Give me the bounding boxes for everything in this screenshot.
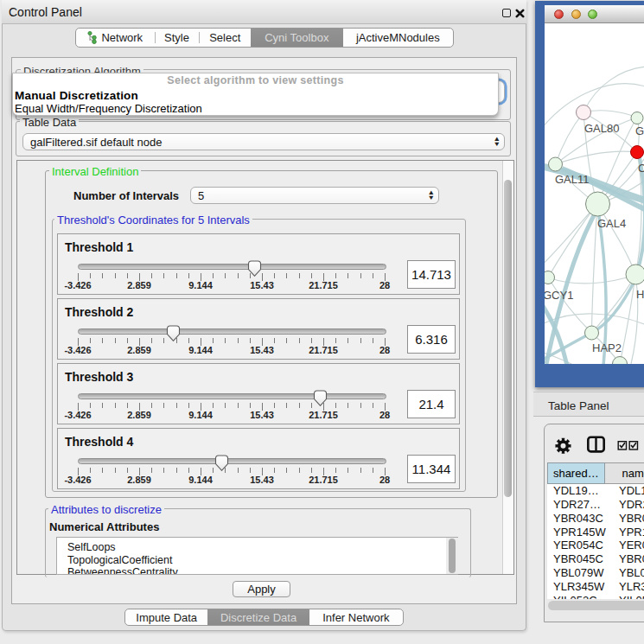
svg-text:GCY1: GCY1 xyxy=(545,289,573,302)
svg-text:GAL11: GAL11 xyxy=(555,173,590,186)
svg-text:GAL80: GAL80 xyxy=(584,122,619,135)
svg-text:G.: G. xyxy=(635,124,644,137)
svg-text:C: C xyxy=(638,162,644,175)
svg-text:H: H xyxy=(636,288,644,301)
svg-text:GAL4: GAL4 xyxy=(597,217,626,230)
svg-text:HAP2: HAP2 xyxy=(592,341,622,354)
